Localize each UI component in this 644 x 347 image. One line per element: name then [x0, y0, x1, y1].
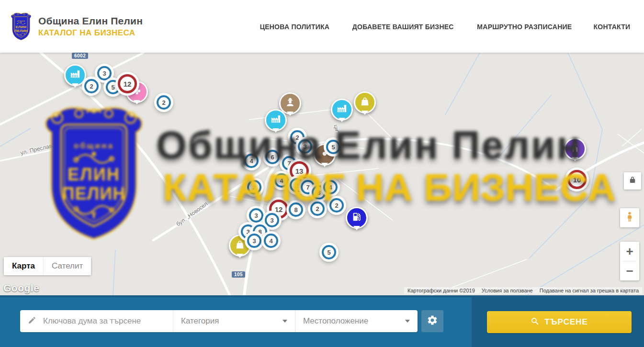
zoom-out-button[interactable]: − [620, 261, 639, 280]
cluster-marker[interactable]: 2 [247, 180, 261, 194]
road-sign-0: 6002 [72, 53, 88, 59]
nav-item-2[interactable]: МАРШРУТНО РАЗПИСАНИЕ [477, 22, 572, 31]
map-type-control: Карта Сателит [4, 257, 91, 275]
nav-item-1[interactable]: ДОБАВЕТЕ ВАШИЯТ БИЗНЕС [352, 22, 454, 31]
factory-icon [70, 69, 80, 81]
zoom-in-button[interactable]: + [620, 242, 639, 261]
map-attribution: Картографски данни ©2019 Условия за полз… [404, 287, 642, 294]
cluster-marker[interactable]: 10 [567, 170, 587, 189]
cluster-marker[interactable]: 4 [274, 173, 289, 188]
cluster-marker[interactable]: 3 [247, 234, 261, 248]
cluster-marker[interactable]: 4 [323, 180, 338, 194]
location-select[interactable]: Местоположение [295, 310, 418, 332]
bag-icon [235, 239, 245, 252]
factory-icon [271, 114, 281, 126]
cluster-marker[interactable]: 5 [322, 245, 336, 259]
logo-subtitle: КАТАЛОГ НА БИЗНЕСА [38, 28, 143, 38]
cluster-marker[interactable]: 4 [244, 154, 259, 168]
cluster-marker[interactable]: 5 [326, 140, 340, 154]
map-canvas[interactable]: общинаЕЛИНПЕЛИН Община Елин Пелин КАТАЛО… [0, 53, 644, 295]
lock-icon [628, 176, 637, 186]
gear-icon [427, 314, 438, 328]
cluster-marker[interactable]: 2 [157, 95, 171, 110]
cluster-marker[interactable]: 2 [310, 201, 325, 216]
cluster-marker[interactable]: 2 [329, 198, 344, 213]
pin-factory[interactable] [265, 109, 287, 131]
municipality-crest-icon: общинаЕЛИНПЕЛИН [10, 11, 33, 41]
pin-factory[interactable] [331, 99, 353, 121]
chevron-down-icon [405, 320, 410, 323]
report-error-link[interactable]: Подаване на сигнал за грешка в картата [536, 287, 642, 294]
page: общинаЕЛИНПЕЛИН Община Елин Пелин КАТАЛО… [0, 0, 644, 347]
location-value: Местоположение [303, 316, 368, 326]
category-value: Категория [181, 316, 219, 326]
cluster-marker[interactable]: 8 [289, 202, 303, 217]
advanced-options-button[interactable] [421, 310, 443, 332]
lock-button[interactable] [624, 172, 641, 190]
church-icon [570, 143, 580, 155]
cluster-marker[interactable]: 13 [290, 161, 309, 180]
cluster-marker[interactable]: 12 [118, 74, 137, 93]
pin-fuel[interactable] [346, 207, 368, 229]
search-panel: Категория Местоположение ТЪРСЕНЕ [0, 295, 644, 347]
pin-church[interactable] [564, 138, 586, 160]
search-icon [531, 317, 539, 328]
cluster-marker[interactable]: 3 [298, 139, 312, 154]
cluster-marker[interactable]: 2 [84, 79, 99, 93]
main-nav: ЦЕНОВА ПОЛИТИКАДОБАВЕТЕ ВАШИЯТ БИЗНЕСМАР… [258, 0, 632, 53]
map-type-map-button[interactable]: Карта [4, 257, 43, 275]
street-view-pegman[interactable] [620, 208, 639, 227]
keyword-field-wrap [20, 310, 173, 332]
svg-text:ПЕЛИН: ПЕЛИН [14, 29, 28, 33]
fuel-icon [351, 212, 362, 224]
chevron-down-icon [282, 320, 287, 323]
site-logo[interactable]: общинаЕЛИНПЕЛИН Община Елин Пелин КАТАЛО… [10, 11, 143, 41]
cluster-marker[interactable]: 4 [264, 234, 278, 248]
search-button[interactable]: ТЪРСЕНЕ [487, 311, 632, 333]
bag-icon [360, 96, 370, 109]
cluster-marker[interactable]: 3 [97, 66, 112, 80]
search-button-label: ТЪРСЕНЕ [544, 317, 588, 327]
svg-text:община: община [17, 20, 25, 22]
logo-title: Община Елин Пелин [38, 15, 143, 27]
cluster-marker[interactable]: 6 [265, 150, 280, 164]
category-select[interactable]: Категория [173, 310, 295, 332]
attribution-data: Картографски данни ©2019 [404, 287, 478, 294]
worker-icon [285, 97, 295, 110]
keyword-input[interactable] [42, 316, 167, 326]
factory-icon [337, 103, 347, 116]
cluster-marker[interactable]: 3 [249, 208, 263, 223]
zoom-control: + − [620, 242, 639, 280]
svg-text:ЕЛИН: ЕЛИН [16, 25, 27, 29]
pin-bag[interactable] [354, 91, 376, 113]
pencil-icon [28, 316, 36, 326]
nav-item-3[interactable]: КОНТАКТИ [594, 22, 631, 31]
nav-item-0[interactable]: ЦЕНОВА ПОЛИТИКА [260, 22, 330, 31]
cluster-marker[interactable]: 3 [265, 213, 279, 227]
map-type-satellite-button[interactable]: Сателит [43, 257, 91, 275]
terms-link[interactable]: Условия за ползване [478, 287, 536, 294]
filter-bar: Категория Местоположение [20, 310, 418, 332]
google-logo[interactable]: Google [3, 282, 39, 294]
road-sign-1: 105 [232, 271, 245, 278]
pin-factory[interactable] [64, 64, 86, 86]
header: общинаЕЛИНПЕЛИН Община Елин Пелин КАТАЛО… [0, 0, 644, 53]
pegman-icon [624, 211, 635, 224]
